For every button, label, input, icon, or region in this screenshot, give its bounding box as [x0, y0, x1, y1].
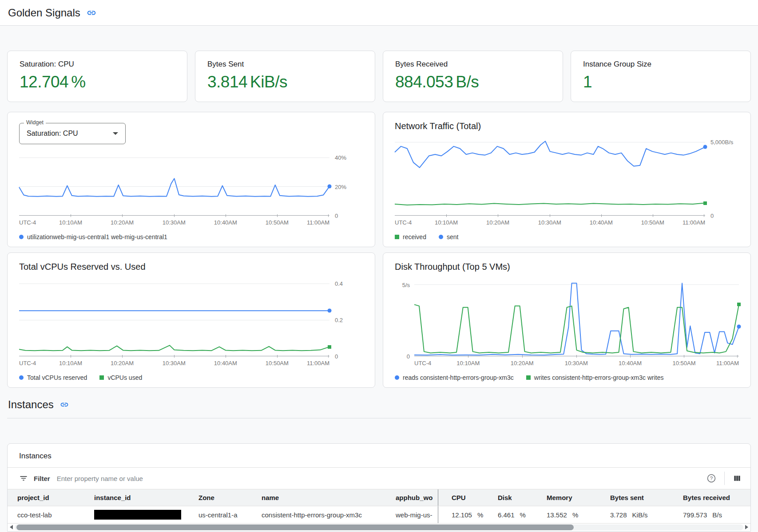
help-icon: ? [706, 473, 716, 483]
x-tick-label: 10:10AM [59, 360, 82, 366]
column-header-name[interactable]: name [262, 489, 396, 506]
column-header-zone[interactable]: Zone [198, 489, 262, 506]
legend-circle-marker-icon [395, 375, 399, 380]
x-tick-label: UTC-4 [395, 219, 412, 226]
scrollbar-track[interactable] [15, 524, 743, 530]
legend-label: writes consistent-http-errors-group-xm3c… [534, 374, 664, 381]
column-header-apphub[interactable]: apphub_wo [396, 489, 438, 506]
filter-label: Filter [34, 475, 50, 482]
chart-body: UTC-410:10AM10:20AM10:30AM10:40AM10:50AM… [19, 278, 363, 368]
charts-row-2: Total vCPUs Reserved vs. Used UTC-410:10… [7, 252, 751, 388]
legend-label: Total vCPUs reserved [27, 374, 87, 381]
legend-label: received [403, 233, 426, 240]
legend-item[interactable]: received [395, 233, 426, 240]
axis-tick [446, 214, 447, 217]
table-header-row: project_id instance_id Zone name apphub_… [8, 489, 750, 506]
scorecard-value-number: 3.814 [207, 73, 247, 91]
scorecard-value-number: 884.053 [395, 73, 453, 91]
chart-title: Total vCPUs Reserved vs. Used [19, 262, 363, 272]
filter-input[interactable] [56, 474, 701, 483]
help-button[interactable]: ? [706, 473, 716, 483]
x-tick-label: 10:10AM [456, 360, 480, 366]
axis-tick [653, 214, 653, 217]
link-icon [60, 400, 69, 409]
axis-tick [277, 214, 278, 217]
x-tick-label: 10:20AM [111, 219, 134, 226]
axis-tick [498, 214, 498, 217]
legend-square-marker-icon [526, 375, 531, 380]
legend-item[interactable]: reads consistent-http-errors-group-xm3c [395, 374, 514, 381]
chart-card-disk-throughput: Disk Throughput (Top 5 VMs) UTC-410:10AM… [383, 252, 751, 388]
table-title: Instances [8, 444, 750, 468]
column-header-cpu[interactable]: CPU [438, 489, 498, 506]
axis-tick [328, 214, 329, 217]
x-tick-label: 10:10AM [435, 219, 458, 226]
legend-circle-marker-icon [19, 375, 24, 380]
legend-circle-marker-icon [439, 235, 443, 239]
cell-zone: us-central1-a [198, 506, 262, 523]
column-header-disk[interactable]: Disk [498, 489, 547, 506]
scorecard-instance-group-size: Instance Group Size 1 [571, 51, 751, 102]
scroll-left-arrow-icon[interactable] [10, 525, 13, 529]
scorecard-value-unit: % [71, 73, 85, 91]
golden-signals-link-button[interactable] [87, 8, 96, 18]
x-tick-label: 10:50AM [266, 219, 289, 226]
axis-tick [630, 355, 631, 358]
widget-select[interactable]: Widget Saturation: CPU [19, 123, 126, 144]
table-filter-row: Filter ? [8, 468, 750, 489]
legend-item[interactable]: vCPUs used [99, 374, 142, 381]
widget-select-value: Saturation: CPU [27, 130, 78, 138]
axis-tick [550, 214, 550, 217]
column-display-options-button[interactable] [733, 474, 742, 483]
axis-tick [576, 355, 577, 358]
axis-tick [71, 214, 71, 217]
column-header-project-id[interactable]: project_id [8, 489, 94, 506]
scorecard-value-unit: B/s [456, 73, 479, 91]
line-chart-plot[interactable] [19, 278, 329, 356]
y-tick-label: 20% [335, 183, 346, 190]
axis-tick [174, 355, 175, 358]
column-header-instance-id[interactable]: instance_id [94, 489, 198, 506]
line-chart-plot[interactable] [395, 138, 705, 215]
scroll-right-arrow-icon[interactable] [745, 525, 748, 529]
filter-icon [19, 474, 28, 483]
series-end-square-marker [328, 345, 331, 349]
legend-label: utilizationweb-mig-us-central1 web-mig-u… [27, 233, 167, 240]
series-end-circle-marker [328, 185, 332, 189]
view-columns-icon [733, 474, 742, 483]
axis-tick [122, 355, 123, 358]
legend-item[interactable]: sent [439, 233, 458, 240]
scorecard-label: Bytes Sent [207, 60, 363, 69]
charts-row-1: Widget Saturation: CPU UTC-410:10AM10:20… [7, 112, 751, 247]
cell-memory: 13.552% [547, 506, 610, 523]
chart-legend: Total vCPUs reservedvCPUs used [19, 373, 363, 382]
scorecard-value-number: 1 [583, 73, 592, 91]
vertical-divider [724, 472, 725, 485]
axis-tick [601, 214, 602, 217]
series-end-square-marker [737, 303, 741, 306]
redacted-value [94, 510, 181, 520]
scrollbar-thumb[interactable] [16, 524, 574, 530]
line-chart-plot[interactable] [19, 150, 329, 215]
column-header-bytes-received[interactable]: Bytes received [683, 489, 750, 506]
axis-tick [122, 214, 123, 217]
scorecard-bytes-received: Bytes Received 884.053 B/s [383, 51, 563, 102]
legend-item[interactable]: utilizationweb-mig-us-central1 web-mig-u… [19, 233, 167, 240]
legend-circle-marker-icon [19, 235, 24, 239]
legend-item[interactable]: writes consistent-http-errors-group-xm3c… [526, 374, 664, 381]
chart-body: UTC-410:10AM10:20AM10:30AM10:40AM10:50AM… [395, 138, 739, 227]
legend-item[interactable]: Total vCPUs reserved [19, 374, 87, 381]
instances-table-card: Instances Filter ? project_id instance_i… [7, 443, 751, 532]
line-chart-plot[interactable] [414, 278, 739, 356]
table-row[interactable]: cco-test-lab us-central1-a consistent-ht… [8, 506, 750, 524]
instances-link-button[interactable] [60, 400, 69, 409]
scorecard-label: Bytes Received [395, 60, 551, 69]
x-tick-label: 10:40AM [214, 360, 237, 366]
y-tick-label: 0 [335, 213, 338, 219]
x-tick-label: 11:00AM [307, 360, 329, 366]
legend-square-marker-icon [99, 375, 104, 380]
column-header-bytes-sent[interactable]: Bytes sent [610, 489, 683, 506]
chart-title: Network Traffic (Total) [395, 121, 739, 131]
cell-cpu: 12.105% [438, 506, 498, 523]
column-header-memory[interactable]: Memory [547, 489, 610, 506]
